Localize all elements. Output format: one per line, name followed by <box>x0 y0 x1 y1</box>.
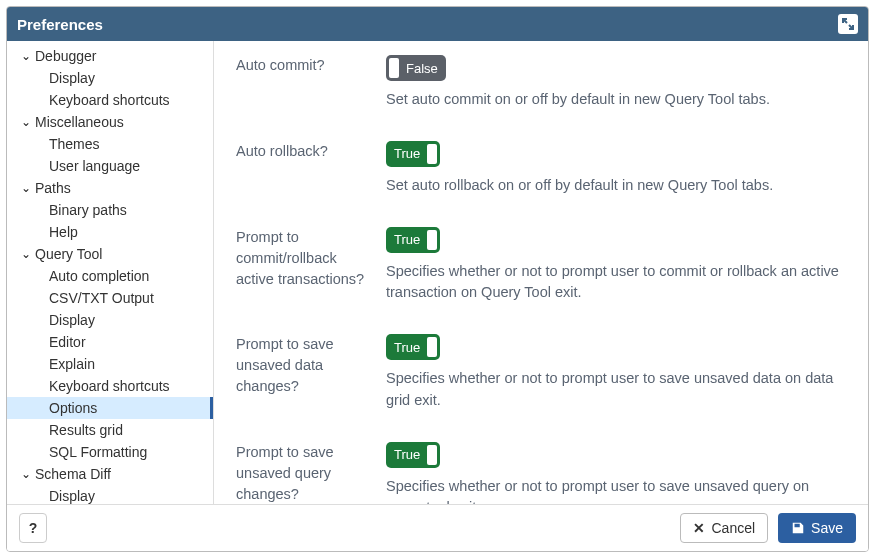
tree-item[interactable]: CSV/TXT Output <box>7 287 213 309</box>
tree-item[interactable]: Explain <box>7 353 213 375</box>
cancel-button[interactable]: ✕ Cancel <box>680 513 768 543</box>
toggle-knob <box>427 337 437 357</box>
tree-item[interactable]: Options <box>7 397 213 419</box>
toggle[interactable]: True <box>386 141 440 167</box>
save-icon <box>791 521 805 535</box>
setting-label: Auto commit? <box>236 55 386 76</box>
tree-item[interactable]: Themes <box>7 133 213 155</box>
tree-group-label: Paths <box>35 180 71 196</box>
save-button[interactable]: Save <box>778 513 856 543</box>
tree-item[interactable]: Editor <box>7 331 213 353</box>
setting-description: Set auto rollback on or off by default i… <box>386 175 846 197</box>
dialog-footer: ? ✕ Cancel Save <box>7 504 868 551</box>
tree-group-label: Debugger <box>35 48 97 64</box>
tree-group-label: Miscellaneous <box>35 114 124 130</box>
setting-description: Specifies whether or not to prompt user … <box>386 368 846 412</box>
preferences-dialog: Preferences ⌄DebuggerDisplayKeyboard sho… <box>6 6 869 552</box>
tree-group-label: Schema Diff <box>35 466 111 482</box>
tree-item-label: Display <box>49 70 95 86</box>
setting-row: Auto rollback?TrueSet auto rollback on o… <box>236 141 846 197</box>
tree-item[interactable]: User language <box>7 155 213 177</box>
tree-item[interactable]: SQL Formatting <box>7 441 213 463</box>
tree-item-label: Results grid <box>49 422 123 438</box>
setting-description: Specifies whether or not to prompt user … <box>386 476 846 505</box>
tree-item[interactable]: Display <box>7 67 213 89</box>
setting-row: Prompt to save unsaved data changes?True… <box>236 334 846 412</box>
setting-body: TrueSpecifies whether or not to prompt u… <box>386 442 846 505</box>
save-label: Save <box>811 520 843 536</box>
toggle[interactable]: True <box>386 227 440 253</box>
help-button[interactable]: ? <box>19 513 47 543</box>
setting-row: Prompt to commit/rollback active transac… <box>236 227 846 305</box>
tree-item-label: Editor <box>49 334 86 350</box>
tree-item-label: Keyboard shortcuts <box>49 92 170 108</box>
help-icon: ? <box>29 520 38 536</box>
setting-label: Prompt to save unsaved query changes? <box>236 442 386 505</box>
tree-item-label: Help <box>49 224 78 240</box>
tree-item[interactable]: Keyboard shortcuts <box>7 89 213 111</box>
dialog-body: ⌄DebuggerDisplayKeyboard shortcuts⌄Misce… <box>7 41 868 504</box>
close-icon: ✕ <box>693 520 705 536</box>
toggle-label: True <box>394 232 420 247</box>
tree-item-label: User language <box>49 158 140 174</box>
tree-item-label: Themes <box>49 136 100 152</box>
tree-group[interactable]: ⌄Miscellaneous <box>7 111 213 133</box>
setting-body: TrueSpecifies whether or not to prompt u… <box>386 334 846 412</box>
toggle-label: True <box>394 447 420 462</box>
expand-icon <box>842 18 854 30</box>
titlebar: Preferences <box>7 7 868 41</box>
toggle-knob <box>427 445 437 465</box>
tree-item-label: Auto completion <box>49 268 149 284</box>
setting-description: Specifies whether or not to prompt user … <box>386 261 846 305</box>
setting-description: Set auto commit on or off by default in … <box>386 89 846 111</box>
chevron-down-icon: ⌄ <box>21 182 31 194</box>
toggle-knob <box>427 144 437 164</box>
dialog-title: Preferences <box>17 16 103 33</box>
chevron-down-icon: ⌄ <box>21 248 31 260</box>
setting-body: TrueSpecifies whether or not to prompt u… <box>386 227 846 305</box>
footer-actions: ✕ Cancel Save <box>680 513 856 543</box>
chevron-down-icon: ⌄ <box>21 468 31 480</box>
chevron-down-icon: ⌄ <box>21 116 31 128</box>
tree-item[interactable]: Display <box>7 309 213 331</box>
setting-row: Auto commit?FalseSet auto commit on or o… <box>236 55 846 111</box>
setting-label: Auto rollback? <box>236 141 386 162</box>
tree-item-label: SQL Formatting <box>49 444 147 460</box>
toggle[interactable]: True <box>386 442 440 468</box>
chevron-down-icon: ⌄ <box>21 50 31 62</box>
toggle-knob <box>427 230 437 250</box>
tree-item[interactable]: Help <box>7 221 213 243</box>
tree-item[interactable]: Auto completion <box>7 265 213 287</box>
tree-item-label: Keyboard shortcuts <box>49 378 170 394</box>
toggle-label: True <box>394 146 420 161</box>
tree-item-label: Display <box>49 488 95 504</box>
toggle[interactable]: False <box>386 55 446 81</box>
tree-item-label: Display <box>49 312 95 328</box>
maximize-button[interactable] <box>838 14 858 34</box>
tree-item-label: Explain <box>49 356 95 372</box>
tree-group[interactable]: ⌄Schema Diff <box>7 463 213 485</box>
tree-item[interactable]: Results grid <box>7 419 213 441</box>
tree-item-label: CSV/TXT Output <box>49 290 154 306</box>
toggle[interactable]: True <box>386 334 440 360</box>
tree-group[interactable]: ⌄Query Tool <box>7 243 213 265</box>
tree-item[interactable]: Display <box>7 485 213 504</box>
tree-item[interactable]: Keyboard shortcuts <box>7 375 213 397</box>
tree-group-label: Query Tool <box>35 246 102 262</box>
setting-body: TrueSet auto rollback on or off by defau… <box>386 141 846 197</box>
tree-group[interactable]: ⌄Paths <box>7 177 213 199</box>
tree-item[interactable]: Binary paths <box>7 199 213 221</box>
setting-label: Prompt to save unsaved data changes? <box>236 334 386 397</box>
setting-body: FalseSet auto commit on or off by defaul… <box>386 55 846 111</box>
setting-row: Prompt to save unsaved query changes?Tru… <box>236 442 846 505</box>
toggle-label: False <box>406 61 438 76</box>
preferences-tree[interactable]: ⌄DebuggerDisplayKeyboard shortcuts⌄Misce… <box>7 41 214 504</box>
toggle-knob <box>389 58 399 78</box>
tree-group[interactable]: ⌄Debugger <box>7 45 213 67</box>
cancel-label: Cancel <box>711 520 755 536</box>
tree-item-label: Binary paths <box>49 202 127 218</box>
settings-panel: Auto commit?FalseSet auto commit on or o… <box>214 41 868 504</box>
toggle-label: True <box>394 340 420 355</box>
tree-item-label: Options <box>49 400 97 416</box>
setting-label: Prompt to commit/rollback active transac… <box>236 227 386 290</box>
